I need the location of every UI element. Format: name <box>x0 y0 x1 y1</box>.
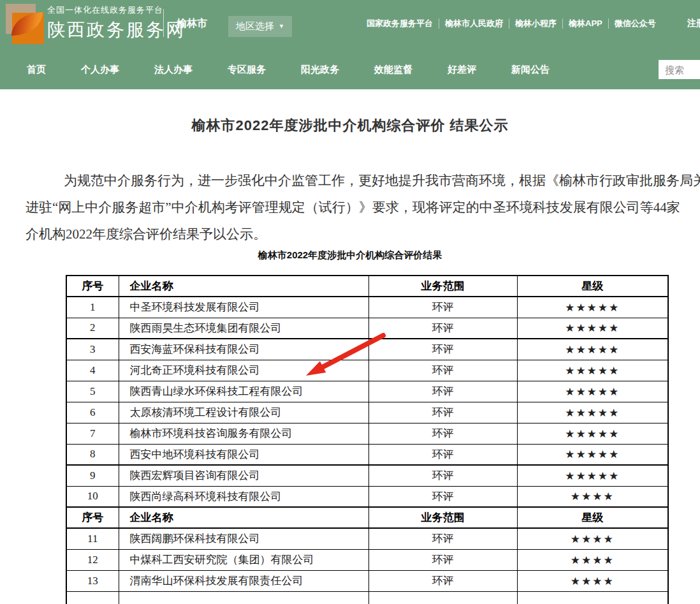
table-row: 12中煤科工西安研究院（集团）有限公司环评★★★★ <box>66 549 668 570</box>
header-cell: 业务范围 <box>368 507 517 528</box>
table-row-partial <box>66 591 668 604</box>
cell-name: 陕西雨昊生态环境集团有限公司 <box>119 318 368 339</box>
header-cell: 星级 <box>517 276 668 297</box>
cell-stars: ★★★★★ <box>517 318 668 339</box>
cell-stars: ★★★★★ <box>517 402 668 423</box>
cell-stars: ★★★★★ <box>517 381 668 402</box>
nav-item-2[interactable]: 法人办事 <box>154 64 193 76</box>
table-row: 7榆林市环境科技咨询服务有限公司环评★★★★★ <box>66 423 668 444</box>
cell-name: 河北奇正环境科技有限公司 <box>119 360 368 381</box>
cell-scope: 环评 <box>368 528 517 549</box>
platform-label: 全国一体化在线政务服务平台 <box>47 4 186 16</box>
cell-name: 榆林市环境科技咨询服务有限公司 <box>119 423 368 444</box>
nav-item-3[interactable]: 专区服务 <box>228 64 266 76</box>
nav-item-7[interactable]: 新闻公告 <box>511 64 550 76</box>
table-row: 10陕西尚绿高科环境科技有限公司环评★★★★ <box>66 486 668 507</box>
cell-scope: 环评 <box>368 402 517 423</box>
cell-stars: ★★★★★ <box>517 444 668 465</box>
article: 榆林市2022年度涉批中介机构综合评价 结果公示 为规范中介服务行为，进一步强化… <box>0 116 700 604</box>
cell-stars: ★★★★★ <box>517 465 668 486</box>
cell-stars: ★★★★★ <box>517 423 668 444</box>
cell-no: 9 <box>66 465 119 486</box>
table-row: 11陕西阔鹏环保科技有限公司环评★★★★ <box>66 528 668 549</box>
cell-no: 12 <box>66 549 119 570</box>
evaluation-table: 序号企业名称业务范围星级1中圣环境科技发展有限公司环评★★★★★2陕西雨昊生态环… <box>66 275 669 604</box>
header-cell: 序号 <box>66 276 119 297</box>
paragraph-line: 为规范中介服务行为，进一步强化中介监管工作，更好地提升我市营商环境，根据《榆林市… <box>26 167 700 194</box>
cell-scope: 环评 <box>368 423 517 444</box>
cell-name: 西安海蓝环保科技有限公司 <box>119 339 368 360</box>
nav-item-5[interactable]: 效能监督 <box>374 64 412 76</box>
table-row: 5陕西青山绿水环保科技工程有限公司环评★★★★★ <box>66 381 668 402</box>
cell-name: 中煤科工西安研究院（集团）有限公司 <box>119 549 368 570</box>
nav-item-1[interactable]: 个人办事 <box>81 64 119 76</box>
cell-no: 4 <box>66 360 119 381</box>
quick-link-2[interactable]: 榆林小程序 <box>509 18 563 29</box>
cell-scope: 环评 <box>368 360 517 381</box>
site-logo-icon[interactable] <box>4 2 46 44</box>
quick-links: 国家政务服务平台榆林市人民政府榆林小程序榆林APP微信公众号 <box>367 18 662 29</box>
header-cell: 业务范围 <box>368 276 517 297</box>
cell-name: 中圣环境科技发展有限公司 <box>119 297 368 318</box>
region-selector-button[interactable]: 地区选择 ▼ <box>228 16 292 37</box>
table-row: 13渭南华山环保科技发展有限责任公司环评★★★★ <box>66 570 668 591</box>
cell-scope: 环评 <box>368 570 517 591</box>
quick-link-1[interactable]: 榆林市人民政府 <box>439 18 509 29</box>
brand-divider <box>163 9 164 37</box>
header-cell: 企业名称 <box>119 276 368 297</box>
nav-item-0[interactable]: 首页 <box>27 64 46 76</box>
quick-link-4[interactable]: 微信公众号 <box>609 18 662 29</box>
table-row: 6太原核清环境工程设计有限公司环评★★★★★ <box>66 402 668 423</box>
cell-name: 陕西尚绿高科环境科技有限公司 <box>119 486 368 507</box>
cell-no: 2 <box>66 318 119 339</box>
empty-cell <box>368 591 517 604</box>
paragraph-line: 进驻“网上中介服务超市”中介机构考评管理规定（试行）》要求，现将评定的中圣环境科… <box>26 194 700 221</box>
site-header: 全国一体化在线政务服务平台 陕西政务服务网 榆林市 地区选择 ▼ 国家政务服务平… <box>0 0 700 89</box>
cell-name: 西安中地环境科技有限公司 <box>119 444 368 465</box>
cell-no: 8 <box>66 444 119 465</box>
cell-name: 陕西青山绿水环保科技工程有限公司 <box>119 381 368 402</box>
cell-no: 6 <box>66 402 119 423</box>
cell-stars: ★★★★ <box>517 570 668 591</box>
main-nav: 首页个人办事法人办事专区服务阳光政务效能监督好差评新闻公告 <box>0 50 700 89</box>
quick-link-0[interactable]: 国家政务服务平台 <box>367 18 439 29</box>
table-row: 2陕西雨昊生态环境集团有限公司环评★★★★★ <box>66 318 668 339</box>
cell-no: 3 <box>66 339 119 360</box>
brand-block[interactable]: 全国一体化在线政务服务平台 陕西政务服务网 <box>47 4 186 42</box>
cell-scope: 环评 <box>368 486 517 507</box>
cell-name: 太原核清环境工程设计有限公司 <box>119 402 368 423</box>
announcement-paragraph: 为规范中介服务行为，进一步强化中介监管工作，更好地提升我市营商环境，根据《榆林市… <box>0 167 700 247</box>
register-link[interactable]: 注册 <box>687 18 700 29</box>
cell-stars: ★★★★ <box>517 528 668 549</box>
header-cell: 序号 <box>66 507 119 528</box>
header-cell: 星级 <box>517 507 668 528</box>
cell-scope: 环评 <box>368 297 517 318</box>
cell-scope: 环评 <box>368 318 517 339</box>
cell-stars: ★★★★ <box>517 549 668 570</box>
cell-name: 陕西宏辉项目咨询有限公司 <box>119 465 368 486</box>
cell-no: 7 <box>66 423 119 444</box>
cell-scope: 环评 <box>368 339 517 360</box>
chevron-down-icon: ▼ <box>279 24 284 29</box>
search-input[interactable] <box>659 60 700 79</box>
table-row: 8西安中地环境科技有限公司环评★★★★★ <box>66 444 668 465</box>
empty-cell <box>517 591 668 604</box>
cell-no: 10 <box>66 486 119 507</box>
table-row: 1中圣环境科技发展有限公司环评★★★★★ <box>66 297 668 318</box>
cell-stars: ★★★★★ <box>517 360 668 381</box>
cell-scope: 环评 <box>368 465 517 486</box>
site-name: 陕西政务服务网 <box>47 18 186 42</box>
current-city-label: 榆林市 <box>177 17 207 31</box>
nav-item-4[interactable]: 阳光政务 <box>301 64 339 76</box>
quick-link-3[interactable]: 榆林APP <box>563 18 609 29</box>
region-selector-label: 地区选择 <box>236 20 274 33</box>
empty-cell <box>119 591 368 604</box>
table-header-row: 序号企业名称业务范围星级 <box>66 276 668 297</box>
cell-scope: 环评 <box>368 381 517 402</box>
empty-cell <box>66 591 119 604</box>
cell-no: 1 <box>66 297 119 318</box>
cell-stars: ★★★★★ <box>517 297 668 318</box>
cell-name: 陕西阔鹏环保科技有限公司 <box>119 528 368 549</box>
nav-item-6[interactable]: 好差评 <box>448 64 476 76</box>
table-row: 3西安海蓝环保科技有限公司环评★★★★★ <box>66 339 668 360</box>
